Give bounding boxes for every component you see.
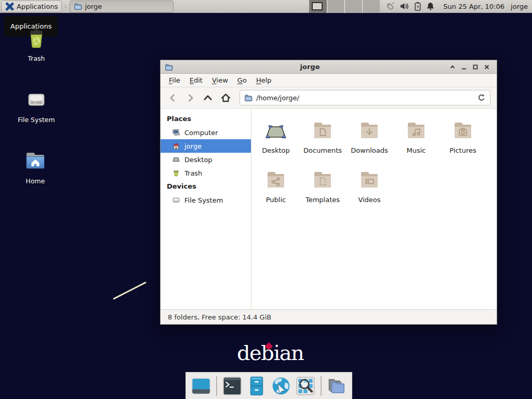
stray-line [113, 282, 147, 300]
folder-label: Documents [303, 147, 342, 154]
workspace-1[interactable] [309, 0, 327, 13]
desktop-icon-filesystem[interactable]: File System [10, 87, 62, 124]
menu-view[interactable]: View [207, 75, 233, 86]
sidebar-item-trash[interactable]: Trash [161, 166, 251, 180]
folder-music[interactable]: Music [393, 113, 440, 162]
window-titlebar[interactable]: jorge [161, 60, 497, 74]
dock-file-manager-button[interactable] [246, 375, 268, 397]
home-button[interactable] [218, 90, 233, 105]
up-button[interactable] [200, 90, 216, 105]
folder-videos[interactable]: Videos [346, 162, 393, 211]
workspace-4[interactable] [362, 0, 380, 13]
folder-pictures[interactable]: Pictures [440, 113, 486, 162]
folder-desktop[interactable]: Desktop [252, 113, 299, 162]
taskbar-window-button[interactable]: jorge [70, 1, 174, 12]
desktop-icon-label: Home [26, 177, 45, 185]
dock-directory-menu-button[interactable] [326, 375, 348, 397]
path-folder-icon [244, 94, 252, 102]
sidebar-item-label: Computer [184, 129, 218, 137]
folder-label: Music [407, 147, 426, 154]
app-finder-icon [295, 376, 316, 396]
menu-help[interactable]: Help [251, 75, 276, 86]
workspace-3[interactable] [344, 0, 362, 13]
window-title: jorge [173, 63, 447, 71]
folder-documents[interactable]: Documents [299, 113, 346, 162]
desktop: Applications jorge [0, 0, 532, 399]
desktop-icon-label: Trash [28, 55, 45, 62]
dock-web-browser-button[interactable] [270, 375, 292, 397]
desktop-icon-home[interactable]: Home [9, 149, 61, 185]
reload-icon[interactable] [477, 94, 486, 102]
pictures-folder-icon [450, 118, 475, 143]
maximize-button[interactable] [470, 62, 481, 72]
battery-icon[interactable] [414, 2, 422, 11]
file-manager-body: Places Computer [161, 109, 497, 309]
back-button[interactable] [165, 90, 180, 105]
workspace-switcher [309, 0, 380, 13]
workspace-2[interactable] [327, 0, 344, 13]
forward-button[interactable] [182, 90, 198, 105]
path-text: /home/jorge/ [256, 94, 474, 102]
folder-public[interactable]: Public [252, 162, 299, 211]
system-tray [380, 2, 439, 11]
desktop-icon [172, 155, 180, 164]
status-text: 8 folders, Free space: 14.4 GiB [168, 313, 271, 321]
sidebar-header-places: Places [161, 112, 251, 126]
public-folder-icon [263, 168, 288, 193]
panel-handle[interactable] [63, 2, 68, 11]
volume-icon[interactable] [400, 2, 409, 11]
notification-bell-icon[interactable] [426, 2, 435, 11]
trash-icon [24, 26, 49, 51]
sidebar-header-devices: Devices [161, 180, 251, 193]
workspace-window-preview [312, 2, 323, 10]
terminal-icon [222, 376, 243, 396]
downloads-folder-icon [357, 118, 382, 143]
file-manager-window: jorge File Edit View Go Help [160, 60, 497, 325]
trash-icon [172, 169, 180, 177]
folder-label: Templates [305, 196, 340, 204]
file-cabinet-icon [246, 376, 267, 396]
taskbar-window-label: jorge [85, 3, 102, 10]
folder-label: Downloads [351, 147, 388, 154]
home-folder-icon [22, 149, 48, 174]
templates-folder-icon [310, 168, 335, 193]
toolbar: /home/jorge/ [161, 87, 497, 109]
applications-menu-button[interactable]: Applications [1, 1, 62, 12]
web-browser-icon [271, 376, 291, 396]
computer-icon [172, 128, 180, 137]
window-folder-icon [165, 63, 173, 71]
mouse-settings-icon[interactable] [385, 2, 395, 11]
dock-terminal-button[interactable] [221, 375, 243, 397]
folder-label: Desktop [262, 147, 290, 154]
sidebar: Places Computer [161, 109, 251, 309]
desktop-icon-trash[interactable]: Trash [10, 26, 62, 62]
panel-clock[interactable]: Sun 25 Apr, 10:06 [439, 3, 509, 10]
close-button[interactable] [481, 62, 493, 72]
folder-templates[interactable]: Templates [299, 162, 346, 211]
dock-app-finder-button[interactable] [295, 375, 316, 397]
sidebar-item-jorge[interactable]: jorge [161, 139, 251, 153]
dock-panel [185, 372, 352, 399]
menu-edit[interactable]: Edit [185, 75, 207, 86]
sidebar-item-desktop[interactable]: Desktop [161, 153, 251, 166]
folder-label: Pictures [449, 147, 476, 154]
xfce-logo-icon [5, 2, 14, 11]
minimize-button[interactable] [458, 62, 470, 72]
top-panel: Applications jorge [0, 0, 532, 13]
documents-folder-icon [310, 118, 335, 143]
sidebar-item-label: Desktop [184, 156, 212, 164]
sidebar-item-label: Trash [184, 169, 202, 177]
dock-separator [321, 376, 322, 396]
folder-icon [74, 2, 82, 10]
shade-button[interactable] [447, 62, 458, 72]
sidebar-item-computer[interactable]: Computer [161, 126, 251, 139]
menu-file[interactable]: File [164, 75, 185, 86]
music-folder-icon [404, 118, 429, 143]
menu-go[interactable]: Go [233, 75, 251, 86]
folder-downloads[interactable]: Downloads [346, 113, 393, 162]
dock-show-desktop-button[interactable] [190, 375, 212, 397]
sidebar-item-file-system[interactable]: File System [161, 193, 251, 207]
path-bar[interactable]: /home/jorge/ [240, 90, 490, 105]
menubar: File Edit View Go Help [161, 74, 497, 87]
folder-grid: Desktop Documents Downloads [251, 109, 497, 309]
